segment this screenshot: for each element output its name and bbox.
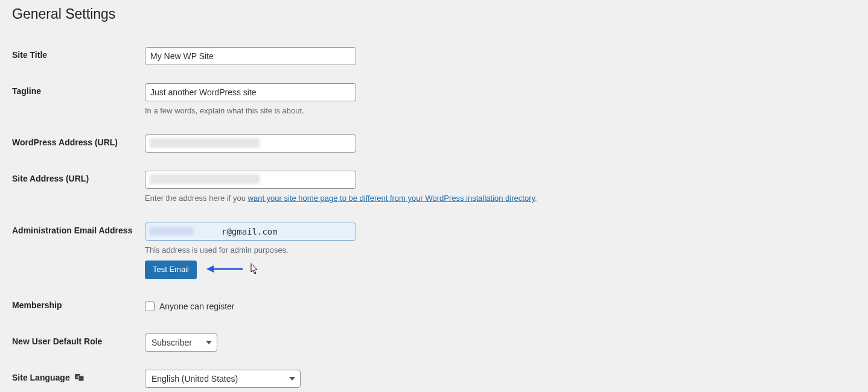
redacted-content	[150, 174, 260, 184]
site-title-label: Site Title	[12, 38, 145, 74]
membership-label: Membership	[12, 288, 145, 324]
default-role-select[interactable]: Subscriber	[145, 334, 217, 352]
site-address-row: Site Address (URL) Enter the address her…	[12, 162, 856, 213]
redacted-content	[150, 227, 193, 235]
translate-icon: A	[75, 373, 85, 384]
default-role-row: New User Default Role Subscriber	[12, 324, 856, 361]
tagline-label: Tagline	[12, 74, 145, 126]
redacted-content	[150, 138, 260, 148]
tagline-input[interactable]	[145, 83, 356, 101]
site-title-input[interactable]	[145, 47, 356, 65]
page-title: General Settings	[12, 0, 856, 26]
anyone-can-register-label: Anyone can register	[159, 302, 235, 311]
test-email-button[interactable]: Test Email	[145, 261, 197, 279]
site-address-description: Enter the address here if you want your …	[145, 192, 850, 204]
svg-marker-1	[206, 265, 214, 273]
membership-row: Membership Anyone can register	[12, 288, 856, 324]
default-role-label: New User Default Role	[12, 324, 145, 361]
site-address-label: Site Address (URL)	[12, 162, 145, 213]
svg-text:A: A	[76, 375, 79, 379]
admin-email-description: This address is used for admin purposes.	[145, 244, 850, 256]
settings-form: Site Title Tagline In a few words, expla…	[12, 38, 856, 392]
wp-address-label: WordPress Address (URL)	[12, 125, 145, 162]
site-title-row: Site Title	[12, 38, 856, 74]
anyone-can-register-checkbox[interactable]	[145, 302, 155, 311]
admin-email-row: Administration Email Address This addres…	[12, 213, 856, 288]
cursor-icon	[251, 263, 259, 277]
admin-email-label: Administration Email Address	[12, 213, 145, 288]
tagline-description: In a few words, explain what this site i…	[145, 105, 850, 117]
tagline-row: Tagline In a few words, explain what thi…	[12, 74, 856, 126]
svg-rect-3	[78, 376, 84, 381]
site-language-row: Site Language A English (United States)	[12, 361, 856, 392]
arrow-left-icon	[206, 265, 244, 275]
wp-address-row: WordPress Address (URL)	[12, 125, 856, 162]
site-language-select[interactable]: English (United States)	[145, 370, 301, 388]
site-address-help-link[interactable]: want your site home page to be different…	[248, 194, 535, 203]
site-language-label: Site Language A	[12, 361, 145, 392]
